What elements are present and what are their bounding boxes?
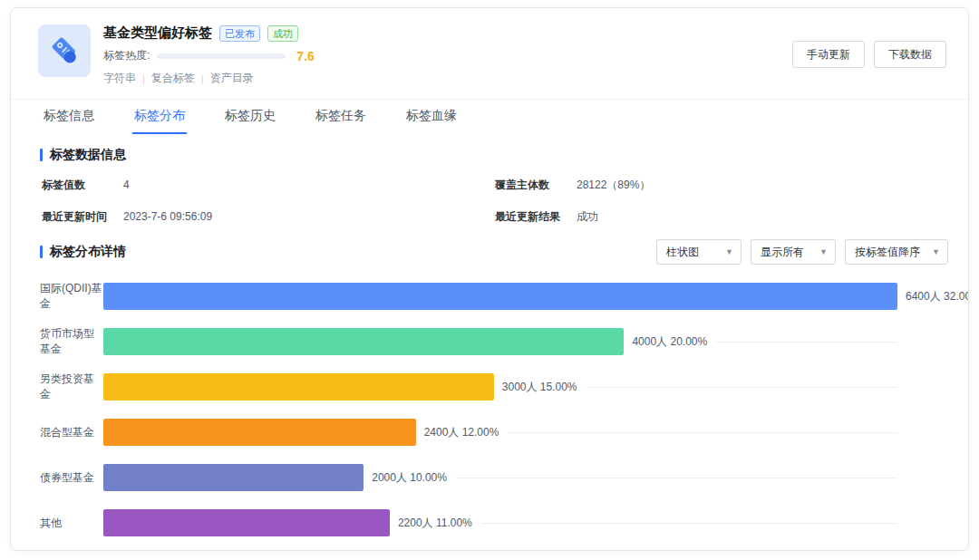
bar[interactable] bbox=[103, 419, 416, 446]
field-label: 最近更新结果 bbox=[495, 208, 577, 225]
field-coverage-count: 覆盖主体数 28122（89%） bbox=[495, 177, 948, 193]
heat-label: 标签热度: bbox=[103, 48, 150, 63]
meta-separator: | bbox=[142, 73, 145, 84]
meta-separator: | bbox=[201, 73, 204, 84]
chart-bar-row: 混合型基金 2400人 12.00% bbox=[40, 410, 948, 455]
tab-tag-tasks[interactable]: 标签任务 bbox=[314, 100, 368, 134]
field-last-update-time: 最近更新时间 2023-7-6 09:56:09 bbox=[42, 208, 495, 225]
header: 基金类型偏好标签 已发布 成功 标签热度: 7.6 字符串 | 复合标签 | 资… bbox=[11, 8, 968, 100]
tab-tag-lineage[interactable]: 标签血缘 bbox=[404, 100, 459, 134]
select-sort-order[interactable]: 按标签值降序 ▼ bbox=[845, 239, 948, 265]
section-accent-bar bbox=[40, 246, 43, 258]
gridline bbox=[508, 432, 897, 433]
chart-bar-row: 其他 2200人 11.00% bbox=[40, 500, 948, 546]
chevron-down-icon: ▼ bbox=[725, 247, 733, 256]
tab-tag-info[interactable]: 标签信息 bbox=[42, 100, 96, 134]
bar-category-label: 货币市场型基金 bbox=[40, 326, 103, 357]
gridline bbox=[481, 523, 897, 524]
heat-progress-bar bbox=[157, 53, 286, 59]
bar[interactable] bbox=[103, 464, 363, 491]
select-value: 显示所有 bbox=[761, 245, 804, 260]
bar[interactable] bbox=[103, 328, 624, 355]
bar-value-label: 2000人 10.00% bbox=[372, 470, 447, 486]
meta-tag: 字符串 bbox=[103, 71, 136, 86]
heat-value: 7.6 bbox=[296, 49, 314, 63]
chart-bar-row: 国际(QDII)基金 6400人 32.00% bbox=[40, 274, 948, 319]
section-accent-bar bbox=[40, 149, 43, 161]
bar-value-label: 3000人 15.00% bbox=[502, 380, 577, 395]
bar[interactable] bbox=[103, 283, 897, 310]
tab-tag-history[interactable]: 标签历史 bbox=[223, 100, 277, 134]
status-badge: 成功 bbox=[267, 25, 298, 42]
chevron-down-icon: ▼ bbox=[819, 247, 828, 256]
chart-bar-row: 另类投资基金 3000人 15.00% bbox=[40, 364, 948, 410]
bar-value-label: 2200人 11.00% bbox=[398, 516, 472, 531]
price-tag-icon bbox=[44, 31, 84, 71]
gridline bbox=[456, 478, 897, 478]
meta-tag: 复合标签 bbox=[151, 71, 195, 86]
bar-value-label: 6400人 32.00% bbox=[906, 289, 969, 304]
select-chart-type[interactable]: 柱状图 ▼ bbox=[656, 239, 742, 265]
status-badge: 已发布 bbox=[219, 25, 260, 42]
field-tag-value-count: 标签值数 4 bbox=[42, 177, 495, 193]
header-text: 基金类型偏好标签 已发布 成功 标签热度: 7.6 字符串 | 复合标签 | 资… bbox=[103, 24, 315, 86]
field-last-update-result: 最近更新结果 成功 bbox=[495, 208, 948, 225]
select-display-scope[interactable]: 显示所有 ▼ bbox=[751, 239, 836, 265]
bar-category-label: 混合型基金 bbox=[40, 425, 103, 440]
tag-icon bbox=[38, 24, 91, 77]
bar-category-label: 债券型基金 bbox=[40, 470, 103, 486]
field-value: 28122（89%） bbox=[577, 177, 650, 193]
bar-category-label: 另类投资基金 bbox=[40, 372, 103, 402]
gridline bbox=[716, 342, 897, 343]
field-label: 最近更新时间 bbox=[42, 208, 123, 225]
tab-bar: 标签信息 标签分布 标签历史 标签任务 标签血缘 bbox=[11, 100, 968, 134]
chart-bar-row: 货币市场型基金 4000人 20.00% bbox=[40, 319, 948, 364]
field-label: 标签值数 bbox=[42, 177, 123, 193]
select-value: 柱状图 bbox=[666, 245, 699, 260]
chart-bar-row: 债券型基金 2000人 10.00% bbox=[40, 455, 948, 500]
bar-category-label: 国际(QDII)基金 bbox=[40, 281, 103, 312]
data-info-fields: 标签值数 4 覆盖主体数 28122（89%） 最近更新时间 2023-7-6 … bbox=[42, 177, 948, 225]
page-title: 基金类型偏好标签 bbox=[103, 24, 212, 42]
manual-update-button[interactable]: 手动更新 bbox=[792, 41, 865, 68]
distribution-bar-chart: 国际(QDII)基金 6400人 32.00% 货币市场型基金 4000人 20… bbox=[40, 274, 948, 551]
field-value: 成功 bbox=[577, 208, 598, 225]
bar-value-label: 2400人 12.00% bbox=[424, 425, 499, 440]
select-value: 按标签值降序 bbox=[855, 245, 920, 260]
tab-tag-distribution[interactable]: 标签分布 bbox=[132, 100, 187, 134]
bar-value-label: 4000人 20.00% bbox=[632, 334, 707, 350]
download-data-button[interactable]: 下载数据 bbox=[874, 41, 946, 68]
gridline bbox=[586, 387, 897, 388]
bar[interactable] bbox=[103, 373, 494, 401]
field-label: 覆盖主体数 bbox=[495, 177, 577, 193]
section-distribution: 标签分布详情 bbox=[40, 244, 126, 260]
section-data-info: 标签数据信息 bbox=[40, 147, 948, 163]
section-title: 标签数据信息 bbox=[50, 147, 126, 163]
section-title: 标签分布详情 bbox=[50, 244, 126, 260]
bar-category-label: 其他 bbox=[40, 516, 103, 531]
field-value: 2023-7-6 09:56:09 bbox=[123, 208, 212, 225]
meta-tag: 资产目录 bbox=[210, 71, 254, 86]
tag-detail-card: 基金类型偏好标签 已发布 成功 标签热度: 7.6 字符串 | 复合标签 | 资… bbox=[10, 7, 969, 551]
chevron-down-icon: ▼ bbox=[932, 247, 940, 256]
field-value: 4 bbox=[123, 177, 130, 193]
bar[interactable] bbox=[103, 509, 390, 536]
